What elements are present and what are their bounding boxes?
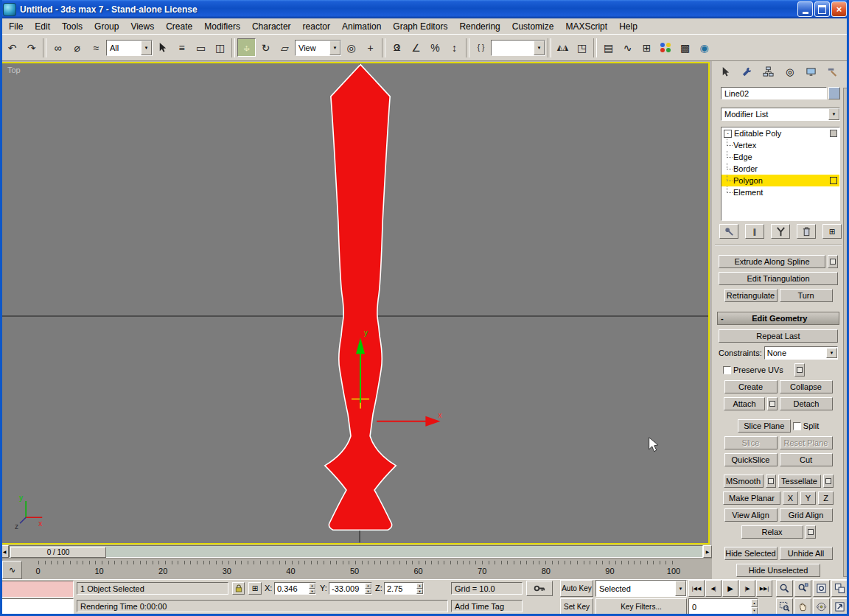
use-pivot-center-icon[interactable]: ◎ bbox=[342, 38, 360, 57]
z-spinner[interactable]: ▲▼ bbox=[416, 583, 423, 594]
rectangular-selection-region-icon[interactable]: ▭ bbox=[192, 38, 210, 57]
hide-unselected-button[interactable]: Hide Unselected bbox=[736, 564, 820, 577]
select-by-name-icon[interactable]: ≡ bbox=[172, 38, 191, 57]
turn-button[interactable]: Turn bbox=[780, 289, 833, 302]
spinner-up-icon[interactable]: ▲ bbox=[751, 599, 758, 607]
spinner-down-icon[interactable]: ▼ bbox=[365, 589, 371, 595]
time-slider-handle[interactable]: 0 / 100 bbox=[10, 547, 106, 558]
slice-plane-button[interactable]: Slice Plane bbox=[738, 419, 791, 433]
edit-named-selection-sets-icon[interactable]: { } bbox=[472, 38, 490, 57]
detach-button[interactable]: Detach bbox=[780, 397, 833, 410]
spinner-down-icon[interactable]: ▼ bbox=[309, 589, 315, 595]
z-coordinate-field[interactable]: 2.75 ▲▼ bbox=[384, 582, 424, 595]
dropdown-arrow-icon[interactable]: ▼ bbox=[329, 41, 340, 55]
schematic-view-icon[interactable]: ⊞ bbox=[637, 38, 656, 57]
percent-snap-icon[interactable]: % bbox=[426, 38, 444, 57]
arc-rotate-button[interactable] bbox=[813, 598, 830, 615]
zoom-extents-all-button[interactable] bbox=[831, 580, 848, 597]
menu-item-maxscript[interactable]: MAXScript bbox=[559, 20, 613, 33]
repeat-last-button[interactable]: Repeat Last bbox=[719, 329, 838, 343]
set-key-button[interactable]: Set Key bbox=[560, 598, 593, 615]
auto-key-button[interactable]: Auto Key bbox=[560, 580, 593, 597]
retriangulate-button[interactable]: Retriangulate bbox=[724, 289, 778, 302]
create-button[interactable]: Create bbox=[724, 380, 778, 393]
unlink-selection-icon[interactable]: ⌀ bbox=[68, 38, 86, 57]
spinner-up-icon[interactable]: ▲ bbox=[365, 583, 371, 589]
show-end-result-icon[interactable]: ∥ bbox=[745, 224, 764, 239]
object-color-swatch[interactable] bbox=[828, 87, 840, 99]
snap-toggle-3d-icon[interactable]: Ω 3 bbox=[388, 38, 406, 57]
tab-utilities-icon[interactable] bbox=[824, 63, 842, 80]
add-time-tag-field[interactable]: Add Time Tag bbox=[451, 600, 523, 612]
select-and-manipulate-icon[interactable]: + bbox=[361, 38, 380, 57]
stack-item-border[interactable]: Border bbox=[722, 163, 839, 175]
modifier-toggle-icon[interactable] bbox=[830, 130, 837, 137]
configure-modifier-sets-icon[interactable]: ⊞ bbox=[822, 224, 842, 239]
align-icon[interactable]: ◳ bbox=[573, 38, 591, 57]
reset-plane-button[interactable]: Reset Plane bbox=[780, 436, 833, 449]
min-max-toggle-button[interactable] bbox=[831, 598, 848, 615]
select-and-move-icon[interactable]: ↔ ↕ bbox=[237, 38, 256, 57]
selection-filter-dropdown[interactable]: All ▼ bbox=[106, 40, 153, 56]
hide-selected-button[interactable]: Hide Selected bbox=[724, 547, 778, 560]
edit-triangulation-button[interactable]: Edit Triangulation bbox=[719, 272, 838, 285]
menu-item-character[interactable]: Character bbox=[246, 20, 297, 33]
slice-button[interactable]: Slice bbox=[724, 436, 778, 449]
time-slider-track[interactable]: 0 / 100 bbox=[9, 545, 703, 558]
dropdown-arrow-icon[interactable]: ▼ bbox=[675, 581, 686, 596]
track-bar-ruler[interactable]: 0 10 20 30 40 50 60 70 80 90 100 bbox=[35, 560, 674, 579]
timeline-left-arrow[interactable]: ◀ bbox=[0, 545, 9, 558]
viewport-canvas[interactable]: y x y x z bbox=[2, 63, 708, 543]
menu-item-reactor[interactable]: reactor bbox=[297, 20, 336, 33]
top-viewport[interactable]: y x y x z Top bbox=[1, 62, 710, 545]
menu-item-modifiers[interactable]: Modifiers bbox=[198, 20, 246, 33]
menu-item-customize[interactable]: Customize bbox=[506, 20, 560, 33]
selection-lock-button[interactable] bbox=[232, 582, 245, 595]
collapse-tree-icon[interactable]: - bbox=[724, 130, 732, 138]
x-spinner[interactable]: ▲▼ bbox=[309, 583, 315, 594]
pin-stack-icon[interactable] bbox=[719, 224, 738, 239]
selected-polygon-shape[interactable] bbox=[325, 65, 396, 531]
planar-x-button[interactable]: X bbox=[783, 491, 798, 505]
spinner-up-icon[interactable]: ▲ bbox=[416, 583, 423, 589]
timeline-right-arrow[interactable]: ▶ bbox=[703, 545, 712, 558]
grid-align-button[interactable]: Grid Align bbox=[780, 508, 833, 522]
subobject-active-icon[interactable] bbox=[830, 177, 837, 184]
stack-item-edge[interactable]: Edge bbox=[722, 151, 839, 163]
mini-curve-editor-button[interactable]: ∿ bbox=[2, 561, 22, 579]
menu-item-group[interactable]: Group bbox=[88, 20, 125, 33]
menu-item-graph-editors[interactable]: Graph Editors bbox=[387, 20, 453, 33]
constraints-dropdown[interactable]: None ▼ bbox=[764, 346, 838, 360]
split-checkbox[interactable] bbox=[793, 422, 801, 430]
planar-z-button[interactable]: Z bbox=[818, 491, 834, 505]
spinner-up-icon[interactable]: ▲ bbox=[309, 583, 315, 589]
viewport-label[interactable]: Top bbox=[7, 66, 21, 74]
reference-coordinate-dropdown[interactable]: View ▼ bbox=[295, 40, 341, 56]
attach-button[interactable]: Attach bbox=[724, 397, 765, 410]
maxscript-mini-listener-white[interactable] bbox=[0, 598, 74, 615]
current-frame-field[interactable]: 0 ▲▼ bbox=[688, 598, 758, 615]
tessellate-button[interactable]: Tessellate bbox=[778, 475, 821, 488]
relax-button[interactable]: Relax bbox=[741, 525, 803, 539]
tessellate-settings-button[interactable] bbox=[823, 475, 834, 488]
y-spinner[interactable]: ▲▼ bbox=[365, 583, 371, 594]
go-to-start-button[interactable]: |◀◀ bbox=[688, 580, 705, 597]
undo-icon[interactable]: ↶ bbox=[3, 38, 21, 57]
stack-item-element[interactable]: Element bbox=[722, 186, 839, 198]
panel-scrollbar[interactable] bbox=[843, 88, 848, 577]
attach-settings-button[interactable] bbox=[767, 397, 778, 410]
select-object-icon[interactable] bbox=[153, 38, 172, 57]
dropdown-arrow-icon[interactable]: ▼ bbox=[534, 41, 545, 55]
extrude-along-spline-button[interactable]: Extrude Along Spline bbox=[719, 255, 825, 268]
curve-editor-icon[interactable]: ∿ bbox=[618, 38, 637, 57]
dropdown-arrow-icon[interactable]: ▼ bbox=[141, 41, 152, 55]
make-planar-button[interactable]: Make Planar bbox=[723, 491, 780, 505]
select-and-rotate-icon[interactable]: ↻ bbox=[256, 38, 275, 57]
edit-geometry-rollout-header[interactable]: - Edit Geometry bbox=[717, 312, 839, 325]
layer-manager-icon[interactable]: ▤ bbox=[599, 38, 618, 57]
previous-frame-button[interactable]: ◀| bbox=[705, 580, 722, 597]
spinner-snap-icon[interactable]: ↕ bbox=[445, 38, 464, 57]
zoom-extents-button[interactable] bbox=[813, 580, 830, 597]
absolute-offset-toggle-button[interactable]: ⊞ bbox=[248, 582, 262, 595]
stack-item-vertex[interactable]: Vertex bbox=[722, 139, 839, 151]
